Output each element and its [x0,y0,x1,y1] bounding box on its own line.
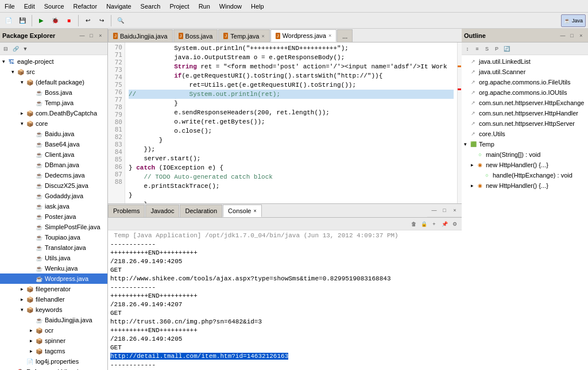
tree-item-com_DeathByCaptcha[interactable]: ▸📦com.DeathByCaptcha [0,108,107,118]
editor-area[interactable]: 70717273747576777879808182838485868788 S… [108,43,462,203]
tree-item-core[interactable]: ▾📦core [0,118,107,129]
editor-tab-Wordpress_java[interactable]: JWordpress.java× [270,29,336,42]
tree-item-DBman_java[interactable]: ☕DBman.java [0,160,107,170]
console-close-icon[interactable]: × [253,208,256,214]
tree-item-eagle_project[interactable]: ▾🏗eagle-project [0,56,107,67]
new-console-button[interactable]: + [430,219,439,229]
console-tab-javadoc[interactable]: Javadoc [145,205,179,217]
menu-refactor[interactable]: Refactor [69,1,102,11]
redo-button[interactable]: ↪ [95,14,108,27]
package-explorer-maximize[interactable]: □ [87,31,96,40]
outline-item-7[interactable]: ↗core.Utils [462,129,588,139]
console-minimize[interactable]: — [430,206,439,215]
editor-tab-Temp_java[interactable]: JTemp.java× [218,29,269,42]
tree-item-Temp_java[interactable]: ☕Temp.java [0,98,107,108]
stop-button[interactable]: ■ [63,14,75,27]
outline-item-1[interactable]: ↗java.util.Scanner [462,67,588,77]
outline-minimize[interactable]: — [558,31,567,40]
hide-nonpublic-button[interactable]: P [492,44,501,53]
scroll-lock-button[interactable]: 🔒 [419,219,428,229]
outline-item-2[interactable]: ↗org.apache.commons.io.FileUtils [462,77,588,87]
tree-item-SimplePostFile_java[interactable]: ☕SimplePostFile.java [0,222,107,232]
console-content[interactable]: Temp [Java Application] /opt/jdk1.7.0_04… [108,230,462,370]
link-editor-button[interactable]: 🔗 [11,44,20,53]
menu-file[interactable]: File [0,1,20,11]
tree-item-DiscuzX25_java[interactable]: ☕DiscuzX25.java [0,180,107,191]
tree-item-keywords[interactable]: ▾📦keywords [0,305,107,315]
undo-button[interactable]: ↩ [82,14,94,27]
tree-item-filegenerator[interactable]: ▸📦filegenerator [0,284,107,294]
tree-item-Referenced_Libraries[interactable]: ▸📚Referenced Libraries [0,367,107,370]
menu-help[interactable]: Help [246,1,269,11]
package-explorer-minimize[interactable]: — [78,31,87,40]
tree-item-Poster_java[interactable]: ☕Poster.java [0,211,107,222]
java-perspective[interactable]: ☕ Java [561,14,586,27]
new-button[interactable]: 📄 [2,14,15,27]
console-maximize[interactable]: □ [440,206,449,215]
outline-item-0[interactable]: ↗java.util.LinkedList [462,56,588,67]
menu-source[interactable]: Source [40,1,69,11]
menu-project[interactable]: Project [165,1,194,11]
outline-item-8[interactable]: ▾🟩Temp [462,139,588,149]
collapse-all-button[interactable]: ⊟ [1,44,10,53]
tree-item-Baidu_java[interactable]: ☕Baidu.java [0,129,107,139]
tree-item-BaiduJingjia_java[interactable]: ☕BaiduJingjia.java [0,315,107,325]
editor-tab-Boss_java[interactable]: JBoss.java [173,29,218,42]
tree-item-src[interactable]: ▾📦src [0,67,107,77]
outline-item-11[interactable]: ○handle(HttpExchange) : void [462,170,588,180]
outline-close[interactable]: × [577,31,586,40]
view-menu-button[interactable]: ▼ [21,44,30,53]
editor-tab-BaiduJingjia_java[interactable]: JBaiduJingjia.java [108,29,173,42]
hide-static-button[interactable]: S [482,44,492,53]
close-tab-button[interactable]: × [328,33,331,38]
outline-maximize[interactable]: □ [567,31,577,40]
package-explorer-close[interactable]: × [96,31,105,40]
tree-item-Toupiao_java[interactable]: ☕Toupiao.java [0,232,107,242]
tree-item-Boss_java[interactable]: ☕Boss.java [0,87,107,98]
tree-item-log4j_properties[interactable]: 📄log4j.properties [0,356,107,367]
tree-item-filehandler[interactable]: ▸📦filehandler [0,294,107,305]
code-editor[interactable]: System.out.println("++++++++++END+++++++… [125,43,457,203]
outline-item-6[interactable]: ↗com.sun.net.httpserver.HttpServer [462,118,588,129]
console-close[interactable]: × [450,206,459,215]
menu-edit[interactable]: Edit [20,1,40,11]
tree-item-spinner[interactable]: ▸📦spinner [0,336,107,346]
tree-item-Translator_java[interactable]: ☕Translator.java [0,242,107,253]
outline-item-4[interactable]: ↗com.sun.net.httpserver.HttpExchange [462,98,588,108]
close-tab-button[interactable]: × [261,33,264,39]
clear-console-button[interactable]: 🗑 [409,219,418,229]
tree-item-tagcms[interactable]: ▸📦tagcms [0,346,107,356]
save-button[interactable]: 💾 [16,14,29,27]
console-tab-console[interactable]: Console × [223,205,262,217]
menu-window[interactable]: Window [215,1,246,11]
sync-outline-button[interactable]: 🔄 [502,44,511,53]
pin-console-button[interactable]: 📌 [440,219,449,229]
tree-item-Godaddy_java[interactable]: ☕Godaddy.java [0,191,107,201]
outline-item-9[interactable]: ○main(String[]) : void [462,149,588,160]
tree-item-Wenku_java[interactable]: ☕Wenku.java [0,263,107,273]
console-settings[interactable]: ⚙ [450,219,459,229]
tree-item-Client_java[interactable]: ☕Client.java [0,149,107,160]
tree-item-Wordpress_java[interactable]: ☕Wordpress.java [0,273,107,284]
console-tab-declaration[interactable]: Declaration [180,205,222,217]
hide-fields-button[interactable]: ≡ [473,44,482,53]
sort-button[interactable]: ↕ [463,44,472,53]
outline-item-12[interactable]: ▸◉new HttpHandler() {...} [462,180,588,191]
tree-item-Base64_java[interactable]: ☕Base64.java [0,139,107,149]
tree-item-Dedecms_java[interactable]: ☕Dedecms.java [0,170,107,180]
outline-item-3[interactable]: ↗org.apache.commons.io.IOUtils [462,87,588,98]
search-button[interactable]: 🔍 [114,14,127,27]
tree-item-ocr[interactable]: ▸📦ocr [0,325,107,336]
menu-navigate[interactable]: Navigate [102,1,136,11]
outline-item-5[interactable]: ↗com.sun.net.httpserver.HttpHandler [462,108,588,118]
tree-item-Utils_java[interactable]: ☕Utils.java [0,253,107,263]
console-tab-problems[interactable]: Problems [108,205,145,217]
tree-item-_default_package_[interactable]: ▾📦(default package) [0,77,107,87]
outline-item-10[interactable]: ▸◉new HttpHandler() {...} [462,160,588,170]
debug-button[interactable]: 🐞 [49,14,61,27]
editor-tab-___[interactable]: ... [337,29,353,42]
tree-item-iask_java[interactable]: ☕iask.java [0,201,107,211]
run-button[interactable]: ▶ [35,14,48,27]
menu-run[interactable]: Run [194,1,215,11]
menu-search[interactable]: Search [136,1,165,11]
